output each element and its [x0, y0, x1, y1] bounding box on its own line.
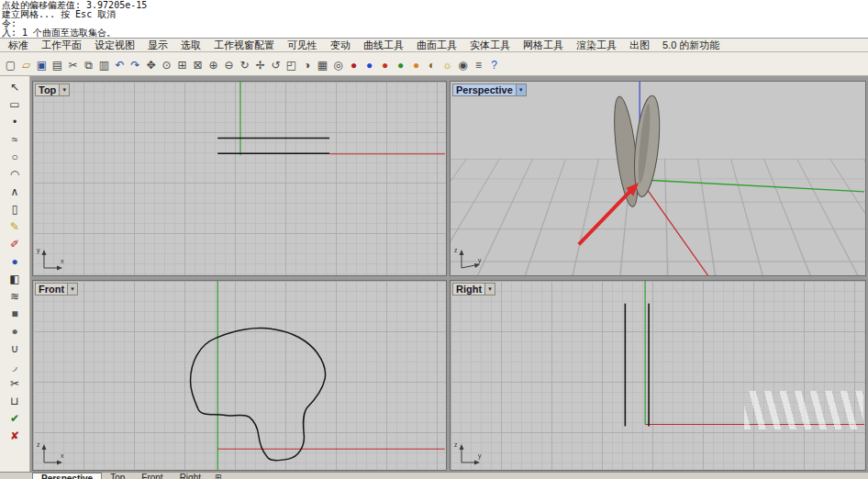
material-icon[interactable]: ◐	[424, 55, 440, 73]
move-icon[interactable]: ✢	[252, 55, 268, 73]
box-icon[interactable]: ■	[5, 305, 25, 322]
menu-item[interactable]: 选取	[174, 39, 207, 52]
command-history-line: 建立网格... 按 Esc 取消	[2, 10, 868, 19]
cut-icon[interactable]: ✂	[65, 55, 81, 73]
viewport-perspective-title[interactable]: Perspective ▼	[452, 84, 527, 96]
save-icon[interactable]: ▣	[34, 55, 50, 73]
viewport-tab[interactable]: Front	[133, 473, 171, 479]
rectangle-icon[interactable]: ▯	[5, 200, 25, 217]
command-area[interactable]: 点处的偏移偏差值: 3.97205e-15建立网格... 按 Esc 取消令:入…	[0, 0, 868, 39]
zoom-window-icon[interactable]: ⊞	[174, 55, 190, 73]
closed-curve-profile[interactable]	[191, 329, 326, 461]
rotate-view-icon[interactable]: ↻	[237, 55, 252, 73]
menu-item[interactable]: 设定视图	[88, 39, 141, 52]
boolean-union-icon[interactable]: ∪	[5, 340, 25, 357]
menu-item[interactable]: 出图	[623, 39, 656, 52]
chevron-down-icon[interactable]: ▼	[59, 84, 69, 95]
menu-item[interactable]: 标准	[2, 39, 35, 52]
osnap-icon[interactable]: ◎	[330, 55, 346, 73]
viewport-top-title[interactable]: Top ▼	[35, 84, 70, 96]
viewport-right-title[interactable]: Right ▼	[452, 283, 495, 295]
menu-item[interactable]: 渲染工具	[570, 39, 623, 52]
viewport-top[interactable]: Top ▼ y x	[32, 81, 447, 276]
sphere-icon[interactable]: ●	[5, 322, 25, 340]
viewport-layout-icon[interactable]: ⊞	[209, 473, 228, 479]
render-blue-sphere-icon[interactable]: ●	[362, 55, 377, 73]
curve-icon[interactable]: ≈	[5, 130, 25, 148]
menu-item[interactable]: 工作平面	[35, 39, 88, 52]
pan-icon[interactable]: ✥	[143, 55, 159, 73]
svg-text:y: y	[478, 257, 482, 264]
circle-icon[interactable]: ○	[5, 148, 25, 165]
menu-item[interactable]: 网格工具	[517, 39, 570, 52]
redo-icon[interactable]: ↷	[128, 55, 143, 73]
render-green-sphere-icon[interactable]: ●	[393, 55, 408, 73]
rhino-app-window: 点处的偏移偏差值: 3.97205e-15建立网格... 按 Esc 取消令:入…	[0, 0, 868, 479]
chevron-down-icon[interactable]: ▼	[67, 284, 77, 295]
menu-item[interactable]: 可见性	[281, 39, 324, 52]
viewport-tab[interactable]: Right	[172, 473, 209, 479]
check-icon[interactable]: ✔	[5, 409, 25, 427]
light-icon[interactable]: ☼	[440, 55, 455, 73]
render-orange-sphere-icon[interactable]: ●	[408, 55, 424, 73]
menu-item[interactable]: 显示	[141, 39, 174, 52]
undo-icon[interactable]: ↶	[112, 55, 128, 73]
new-file-icon[interactable]: ▢	[3, 55, 18, 73]
mirror-icon[interactable]: ◑	[299, 55, 315, 73]
snap-grid-icon[interactable]: ▦	[315, 55, 330, 73]
zoom-dynamic-icon[interactable]: ⊙	[159, 55, 174, 73]
svg-text:y: y	[37, 247, 40, 254]
viewport-tab[interactable]: Perspective	[32, 473, 102, 479]
join-icon[interactable]: ⊔	[5, 392, 25, 409]
camera-icon[interactable]: ◉	[455, 55, 471, 73]
menu-item[interactable]: 5.0 的新功能	[656, 39, 726, 52]
annotate-icon[interactable]: ✐	[5, 235, 25, 252]
select-cursor-icon[interactable]: ↖	[5, 78, 25, 95]
command-history-line: 令:	[2, 19, 868, 28]
help-icon[interactable]: ?	[486, 55, 502, 73]
polyline-icon[interactable]: ∧	[5, 183, 25, 200]
loft-icon[interactable]: ≋	[5, 287, 25, 305]
zoom-in-icon[interactable]: ⊕	[206, 55, 221, 73]
menu-item[interactable]: 变动	[324, 39, 357, 52]
menu-item[interactable]: 实体工具	[463, 39, 517, 52]
zoom-extents-icon[interactable]: ⊠	[190, 55, 206, 73]
svg-text:y: y	[478, 452, 482, 460]
point-icon[interactable]: •	[5, 113, 25, 130]
trim-icon[interactable]: ✂	[5, 374, 25, 392]
axis-indicator-right: z y	[453, 440, 484, 467]
pencil-icon[interactable]: ✎	[5, 217, 25, 235]
menu-item[interactable]: 曲线工具	[357, 39, 410, 52]
paste-icon[interactable]: ▥	[96, 55, 112, 73]
command-history-line: 入: 1 个曲面至选取集合。	[2, 28, 868, 38]
viewport-tab-bar: PerspectiveTopFrontRight ⊞	[0, 472, 868, 479]
copy-icon[interactable]: ⧉	[81, 55, 96, 73]
zoom-out-icon[interactable]: ⊖	[221, 55, 237, 73]
delete-icon[interactable]: ✘	[5, 427, 25, 444]
open-file-icon[interactable]: ▱	[18, 55, 34, 73]
render-red-sphere-icon[interactable]: ●	[377, 55, 393, 73]
viewport-right-canvas	[451, 281, 865, 470]
viewport-front-title[interactable]: Front ▼	[35, 283, 78, 295]
fillet-icon[interactable]: ◞	[5, 357, 25, 374]
arc-icon[interactable]: ◠	[5, 165, 25, 183]
menu-item[interactable]: 工作视窗配置	[207, 39, 281, 52]
layers-icon[interactable]: ≡	[471, 55, 486, 73]
scale-icon[interactable]: ◰	[284, 55, 299, 73]
viewport-right[interactable]: Right ▼ z y	[450, 280, 866, 471]
print-icon[interactable]: ▤	[50, 55, 65, 73]
rotate-icon[interactable]: ↺	[268, 55, 284, 73]
viewport-front[interactable]: Front ▼ z x	[32, 280, 447, 471]
viewport-perspective-canvas	[451, 82, 865, 275]
svg-text:x: x	[61, 452, 64, 459]
paint-blue-icon[interactable]: ●	[5, 252, 25, 270]
viewport-tab[interactable]: Top	[102, 473, 133, 479]
viewport-perspective[interactable]: Perspective ▼ z y	[450, 81, 866, 276]
chevron-down-icon[interactable]: ▼	[484, 284, 495, 295]
menu-item[interactable]: 曲面工具	[410, 39, 463, 52]
record-history-icon[interactable]: ●	[346, 55, 362, 73]
chevron-down-icon[interactable]: ▼	[516, 84, 526, 95]
viewport-right-title-label: Right	[456, 284, 482, 295]
surface-icon[interactable]: ◧	[5, 270, 25, 287]
selection-filter-icon[interactable]: ▭	[5, 95, 25, 113]
